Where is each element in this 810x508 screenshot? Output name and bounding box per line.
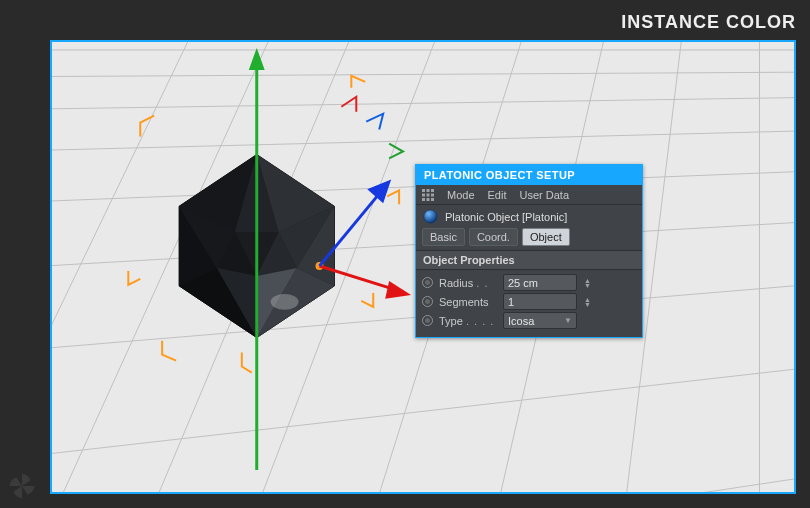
tab-object[interactable]: Object [522,228,570,246]
layout-grid-icon[interactable] [422,189,434,201]
app-frame: INSTANCE COLOR octanerender™ [0,0,810,508]
panel-title: PLATONIC OBJECT SETUP [416,165,642,185]
brand-pinwheel-icon [8,472,36,500]
row-type: Type . . . . Icosa ▼ [422,311,636,330]
menu-user-data[interactable]: User Data [520,189,570,201]
viewport[interactable]: PLATONIC OBJECT SETUP Mode Edit User Dat… [50,40,796,494]
menu-mode[interactable]: Mode [447,189,475,201]
keyframe-dot-icon[interactable] [422,315,433,326]
svg-rect-45 [427,189,430,192]
type-select[interactable]: Icosa ▼ [503,312,577,329]
tab-basic[interactable]: Basic [422,228,465,246]
page-title: INSTANCE COLOR [621,12,796,33]
svg-rect-44 [422,189,425,192]
row-segments: Segments 1 ▲▼ [422,292,636,311]
radius-stepper[interactable]: ▲▼ [583,278,592,288]
keyframe-dot-icon[interactable] [422,277,433,288]
panel-tabs: Basic Coord. Object [416,228,642,250]
row-radius: Radius . . 25 cm ▲▼ [422,273,636,292]
svg-rect-48 [427,194,430,197]
type-label: Type . . . . [439,315,497,327]
svg-rect-46 [431,189,434,192]
radius-input[interactable]: 25 cm [503,274,577,291]
svg-rect-50 [422,198,425,201]
svg-rect-52 [431,198,434,201]
panel-menubar: Mode Edit User Data [416,185,642,205]
svg-point-36 [271,294,299,310]
keyframe-dot-icon[interactable] [422,296,433,307]
menu-edit[interactable]: Edit [488,189,507,201]
segments-label: Segments [439,296,497,308]
properties-panel: PLATONIC OBJECT SETUP Mode Edit User Dat… [415,164,643,338]
svg-rect-51 [427,198,430,201]
platonic-icon [423,209,438,224]
chevron-down-icon: ▼ [564,317,572,325]
section-title: Object Properties [416,250,642,270]
svg-point-53 [424,210,437,223]
radius-label: Radius . . [439,277,497,289]
svg-rect-49 [431,194,434,197]
object-name-label: Platonic Object [Platonic] [445,211,567,223]
property-rows: Radius . . 25 cm ▲▼ Segments 1 ▲▼ [416,270,642,337]
tab-coord[interactable]: Coord. [469,228,518,246]
segments-stepper[interactable]: ▲▼ [583,297,592,307]
svg-rect-47 [422,194,425,197]
segments-input[interactable]: 1 [503,293,577,310]
object-name-row: Platonic Object [Platonic] [416,205,642,228]
